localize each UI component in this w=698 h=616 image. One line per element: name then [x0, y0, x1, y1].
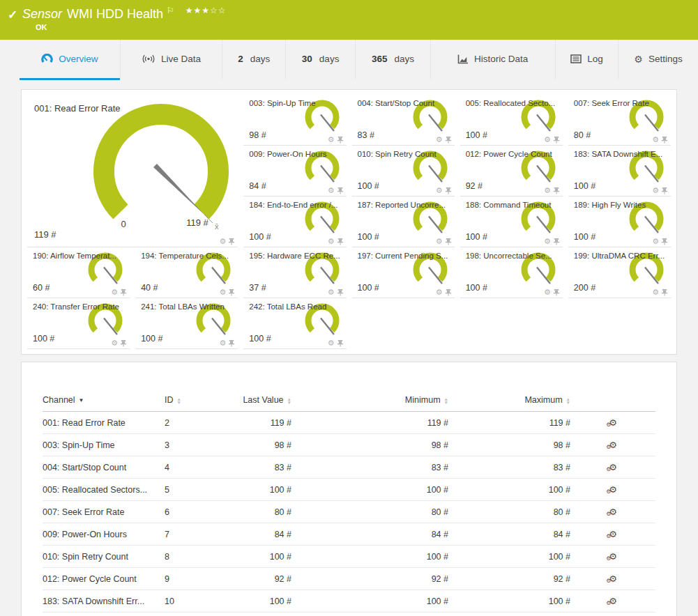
- gauge-tile[interactable]: 184: End-to-End error /... 100 # ⚙: [243, 197, 346, 247]
- gear-icon[interactable]: ⚙: [328, 339, 335, 347]
- tab-30-days[interactable]: 30 days: [285, 40, 356, 80]
- pin-icon[interactable]: [553, 238, 560, 245]
- channel-settings-gears-icon[interactable]: ⚙⚙: [609, 551, 617, 562]
- gauge-tile[interactable]: 005: Reallocated Secto... 100 # ⚙: [460, 95, 563, 146]
- priority-stars[interactable]: ★★★☆☆: [185, 6, 227, 15]
- cell-channel[interactable]: 009: Power-On Hours: [43, 523, 165, 546]
- tab-overview[interactable]: Overview: [20, 40, 120, 80]
- cell-channel[interactable]: 184: End-to-End error / IO...: [43, 613, 165, 616]
- pin-icon[interactable]: [661, 187, 668, 194]
- gear-icon[interactable]: ⚙: [652, 187, 659, 194]
- gauge-tile-read-error-rate[interactable]: 001: Read Error Rate x̄ 0 119 # 119 # ⚙: [27, 95, 238, 247]
- gear-icon[interactable]: ⚙: [436, 238, 443, 245]
- pin-icon[interactable]: [553, 288, 560, 296]
- gauge-tile[interactable]: 009: Power-On Hours 84 # ⚙: [243, 146, 346, 197]
- column-header-maximum[interactable]: Maximum▲▼: [448, 392, 570, 412]
- pin-icon[interactable]: [228, 238, 235, 245]
- channel-settings-gears-icon[interactable]: ⚙⚙: [609, 417, 617, 428]
- gear-icon[interactable]: ⚙: [219, 339, 226, 347]
- pin-icon[interactable]: [661, 288, 668, 296]
- channel-settings-gears-icon[interactable]: ⚙⚙: [609, 484, 617, 495]
- gear-icon[interactable]: ⚙: [652, 288, 659, 296]
- gear-icon[interactable]: ⚙: [544, 238, 551, 245]
- channel-settings-gears-icon[interactable]: ⚙⚙: [609, 440, 617, 450]
- channel-settings-gears-icon[interactable]: ⚙⚙: [609, 596, 617, 606]
- gauge-tile[interactable]: 199: UltraDMA CRC Err... 200 # ⚙: [568, 247, 671, 298]
- gear-icon[interactable]: ⚙: [219, 288, 226, 296]
- pin-icon[interactable]: [228, 288, 235, 296]
- gear-icon[interactable]: ⚙: [436, 288, 443, 296]
- cell-channel[interactable]: 010: Spin Retry Count: [43, 546, 165, 568]
- tab-log[interactable]: Log: [555, 40, 618, 80]
- gear-icon[interactable]: ⚙: [544, 187, 551, 194]
- pin-icon[interactable]: [337, 187, 344, 194]
- flag-icon[interactable]: ⚐: [167, 6, 174, 15]
- column-header-channel[interactable]: Channel▼: [43, 392, 165, 412]
- gauge-tile[interactable]: 240: Transfer Error Rate 100 # ⚙: [27, 298, 130, 349]
- pin-icon[interactable]: [661, 136, 668, 144]
- cell-channel[interactable]: 001: Read Error Rate: [43, 412, 165, 434]
- gear-icon[interactable]: ⚙: [436, 187, 443, 194]
- tab-settings[interactable]: ⚙ Settings: [618, 40, 698, 80]
- gauge-tile[interactable]: 188: Command Timeout 100 # ⚙: [460, 197, 563, 247]
- channel-settings-gears-icon[interactable]: ⚙⚙: [609, 573, 617, 584]
- pin-icon[interactable]: [337, 288, 344, 296]
- gauge-tile[interactable]: 004: Start/Stop Count 83 # ⚙: [352, 95, 455, 146]
- pin-icon[interactable]: [120, 339, 127, 347]
- gauge-tile[interactable]: 003: Spin-Up Time 98 # ⚙: [243, 95, 346, 146]
- gauge-tile[interactable]: 241: Total LBAs Written 100 # ⚙: [135, 298, 238, 349]
- column-header-last-value[interactable]: Last Value▲▼: [234, 392, 291, 412]
- channel-settings-gears-icon[interactable]: ⚙⚙: [609, 507, 617, 517]
- gear-icon[interactable]: ⚙: [652, 238, 659, 245]
- tab-live-data[interactable]: Live Data: [120, 40, 222, 80]
- gear-icon[interactable]: ⚙: [111, 288, 118, 296]
- channel-settings-gears-icon[interactable]: ⚙⚙: [609, 462, 617, 472]
- gauge-tile[interactable]: 195: Hardware ECC Re... 37 # ⚙: [243, 247, 346, 298]
- tab-2-days[interactable]: 2 days: [222, 40, 284, 80]
- pin-icon[interactable]: [661, 238, 668, 245]
- pin-icon[interactable]: [228, 339, 235, 347]
- gear-icon[interactable]: ⚙: [652, 136, 659, 144]
- pin-icon[interactable]: [445, 288, 452, 296]
- gear-icon[interactable]: ⚙: [328, 238, 335, 245]
- pin-icon[interactable]: [445, 136, 452, 144]
- pin-icon[interactable]: [120, 288, 127, 296]
- gauge-tile[interactable]: 197: Current Pending S... 100 # ⚙: [352, 247, 455, 298]
- gauge-tile[interactable]: 189: High Fly Writes 100 # ⚙: [568, 197, 671, 247]
- gauge-tile[interactable]: 187: Reported Uncorre... 100 # ⚙: [352, 197, 455, 247]
- pin-icon[interactable]: [337, 339, 344, 347]
- pin-icon[interactable]: [445, 187, 452, 194]
- pin-icon[interactable]: [445, 238, 452, 245]
- column-header-id[interactable]: ID▲▼: [165, 392, 234, 412]
- pin-icon[interactable]: [553, 136, 560, 144]
- column-header-minimum[interactable]: Minimum▲▼: [291, 392, 448, 412]
- cell-channel[interactable]: 183: SATA Downshift Err...: [43, 590, 165, 613]
- gear-icon[interactable]: ⚙: [328, 136, 335, 144]
- gauge-tile[interactable]: 242: Total LBAs Read 100 # ⚙: [243, 298, 346, 349]
- cell-channel[interactable]: 004: Start/Stop Count: [43, 456, 165, 479]
- gauge-tile[interactable]: 010: Spin Retry Count 100 # ⚙: [352, 146, 455, 197]
- tab-365-days[interactable]: 365 days: [355, 40, 430, 80]
- pin-icon[interactable]: [553, 187, 560, 194]
- tab-historic-data[interactable]: Historic Data: [430, 40, 555, 80]
- gear-icon[interactable]: ⚙: [436, 136, 443, 144]
- pin-icon[interactable]: [337, 136, 344, 144]
- gauge-tile[interactable]: 194: Temperature Cels... 40 # ⚙: [135, 247, 238, 298]
- gauge-tile[interactable]: 190: Airflow Temperat... 60 # ⚙: [27, 247, 130, 298]
- gear-icon[interactable]: ⚙: [328, 288, 335, 296]
- gear-icon[interactable]: ⚙: [328, 187, 335, 194]
- gear-icon[interactable]: ⚙: [219, 238, 226, 245]
- pin-icon[interactable]: [337, 238, 344, 245]
- gear-icon[interactable]: ⚙: [111, 339, 118, 347]
- gear-icon[interactable]: ⚙: [544, 288, 551, 296]
- cell-channel[interactable]: 005: Reallocated Sectors...: [43, 479, 165, 501]
- gauge-tile[interactable]: 198: Uncorrectable Se... 100 # ⚙: [460, 247, 563, 298]
- cell-channel[interactable]: 012: Power Cycle Count: [43, 568, 165, 590]
- gauge-tile[interactable]: 007: Seek Error Rate 80 # ⚙: [568, 95, 671, 146]
- gauge-tile[interactable]: 012: Power Cycle Count 92 # ⚙: [460, 146, 563, 197]
- channel-settings-gears-icon[interactable]: ⚙⚙: [609, 529, 617, 539]
- cell-channel[interactable]: 003: Spin-Up Time: [43, 434, 165, 456]
- cell-channel[interactable]: 007: Seek Error Rate: [43, 501, 165, 523]
- gauge-tile[interactable]: 183: SATA Downshift E... 100 # ⚙: [568, 146, 671, 197]
- gear-icon[interactable]: ⚙: [544, 136, 551, 144]
